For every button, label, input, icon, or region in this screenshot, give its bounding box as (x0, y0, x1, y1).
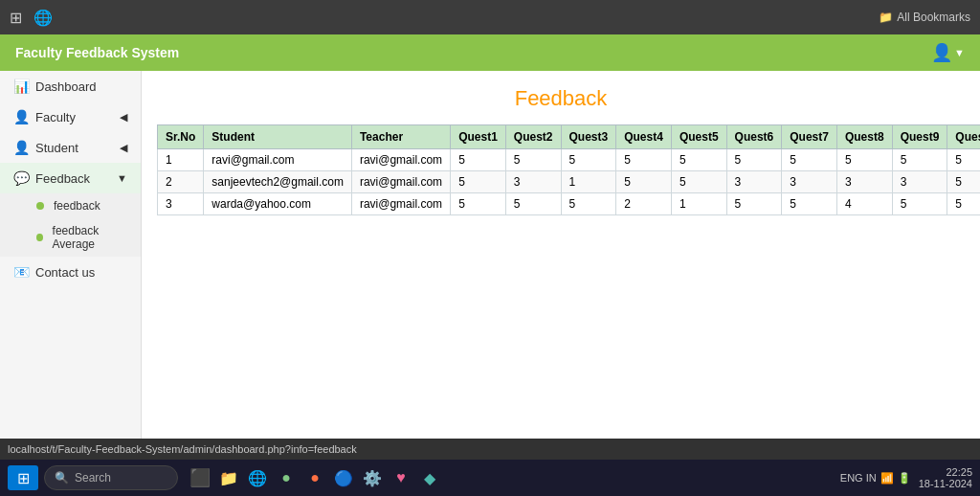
bookmark-icon: 📁 (879, 11, 893, 24)
table-cell: 3 (505, 171, 561, 193)
student-icon: 👤 (13, 140, 30, 155)
taskbar-icon-9[interactable]: ◆ (417, 465, 442, 490)
table-cell: 5 (947, 149, 980, 171)
table-head: Sr.No Student Teacher Quest1 Quest2 Ques… (158, 125, 981, 149)
table-cell: ravi@gmail.com (204, 149, 352, 171)
table-row: 1ravi@gmail.comravi@gmail.com55555555555… (158, 149, 981, 171)
taskbar-time-display: 22:25 (946, 466, 972, 478)
table-cell: sanjeevtech2@gmail.com (204, 171, 352, 193)
taskbar-icon-6[interactable]: 🔵 (331, 465, 356, 490)
contact-icon: 📧 (13, 264, 30, 280)
feedback-avg-dot (36, 234, 43, 241)
taskbar: ⊞ 🔍 Search ⬛ 📁 🌐 ● ● 🔵 ⚙️ ♥ ◆ ENG IN 📶 🔋… (0, 460, 980, 496)
col-q6: Quest6 (726, 125, 782, 149)
taskbar-icon-4[interactable]: ● (274, 465, 299, 490)
taskbar-icon-3[interactable]: 🌐 (245, 465, 270, 490)
table-cell: 5 (451, 193, 506, 215)
sidebar-item-dashboard[interactable]: 📊 Dashboard (0, 71, 141, 101)
table-header-row: Sr.No Student Teacher Quest1 Quest2 Ques… (158, 125, 981, 149)
battery-icon: 🔋 (898, 472, 911, 485)
sidebar-item-contact[interactable]: 📧 Contact us (0, 257, 141, 287)
table-cell: warda@yahoo.com (204, 193, 352, 215)
col-q7: Quest7 (782, 125, 837, 149)
col-q2: Quest2 (505, 125, 561, 149)
page-title: Feedback (157, 86, 965, 111)
table-cell: 5 (505, 149, 561, 171)
table-cell: 5 (892, 149, 947, 171)
taskbar-right: ENG IN 📶 🔋 22:25 18-11-2024 (840, 466, 972, 489)
start-button[interactable]: ⊞ (8, 465, 38, 490)
table-cell: 5 (561, 193, 616, 215)
table-cell: 5 (505, 193, 561, 215)
table-cell: ravi@gmail.com (351, 149, 450, 171)
table-cell: 5 (836, 149, 892, 171)
sidebar-label-contact: Contact us (35, 265, 95, 280)
bookmarks-area[interactable]: 📁 All Bookmarks (879, 11, 970, 24)
col-q10: Quest10 (947, 125, 980, 149)
col-srno: Sr.No (158, 125, 204, 149)
table-cell: 3 (782, 171, 837, 193)
table-cell: 5 (947, 193, 980, 215)
table-cell: 5 (451, 171, 506, 193)
table-cell: 5 (616, 171, 672, 193)
faculty-icon: 👤 (13, 109, 30, 124)
taskbar-icon-8[interactable]: ♥ (389, 465, 413, 490)
table-cell: 2 (616, 193, 672, 215)
sidebar: 📊 Dashboard 👤 Faculty ◀ 👤 Student ◀ 💬 Fe… (0, 71, 142, 439)
col-teacher: Teacher (351, 125, 450, 149)
user-menu-button[interactable]: 👤 ▼ (931, 42, 965, 63)
sidebar-item-feedback[interactable]: 💬 Feedback ▼ (0, 163, 141, 193)
taskbar-icon-1[interactable]: ⬛ (188, 465, 212, 490)
taskbar-icon-5[interactable]: ● (302, 465, 327, 490)
taskbar-clock: 22:25 18-11-2024 (919, 466, 972, 489)
table-cell: ravi@gmail.com (351, 193, 450, 215)
globe-icon: 🌐 (33, 9, 53, 27)
app-header: Faculty Feedback System 👤 ▼ (0, 34, 980, 71)
table-cell: 1 (671, 193, 726, 215)
table-cell: 5 (451, 149, 506, 171)
taskbar-system-icons: ENG IN 📶 🔋 (840, 472, 911, 485)
sidebar-item-feedback-sub[interactable]: feedback (27, 193, 141, 218)
feedback-table: Sr.No Student Teacher Quest1 Quest2 Ques… (157, 124, 980, 215)
sidebar-label-faculty: Faculty (35, 110, 76, 124)
status-bar: localhost/t/Faculty-Feedback-System/admi… (0, 439, 980, 460)
sidebar-label-dashboard: Dashboard (35, 79, 97, 94)
table-cell: 5 (726, 149, 782, 171)
table-cell: 2 (158, 171, 204, 193)
feedback-icon: 💬 (13, 170, 30, 186)
taskbar-lang: ENG IN (840, 472, 877, 484)
status-url: localhost/t/Faculty-Feedback-System/admi… (8, 443, 357, 455)
sidebar-label-student: Student (35, 141, 78, 155)
table-row: 2sanjeevtech2@gmail.comravi@gmail.com531… (158, 171, 981, 193)
feedback-chevron: ▼ (117, 172, 127, 184)
table-body: 1ravi@gmail.comravi@gmail.com55555555555… (158, 149, 981, 215)
table-cell: 3 (892, 171, 947, 193)
table-cell: 5 (671, 171, 726, 193)
taskbar-date-display: 18-11-2024 (919, 478, 972, 489)
search-label: Search (75, 471, 111, 485)
table-cell: 3 (836, 171, 892, 193)
sidebar-item-feedback-average[interactable]: feedback Average (27, 218, 141, 257)
user-avatar-icon: 👤 (931, 42, 952, 63)
table-cell: 5 (892, 193, 947, 215)
col-student: Student (204, 125, 352, 149)
table-cell: 5 (726, 193, 782, 215)
main-layout: 📊 Dashboard 👤 Faculty ◀ 👤 Student ◀ 💬 Fe… (0, 71, 980, 439)
taskbar-icon-2[interactable]: 📁 (216, 465, 241, 490)
table-cell: 5 (782, 149, 837, 171)
table-cell: 1 (561, 171, 616, 193)
table-cell: 3 (726, 171, 782, 193)
sidebar-item-student[interactable]: 👤 Student ◀ (0, 132, 141, 163)
table-cell: 4 (836, 193, 892, 215)
taskbar-icon-7[interactable]: ⚙️ (360, 465, 385, 490)
col-q3: Quest3 (561, 125, 616, 149)
feedback-submenu: feedback feedback Average (0, 193, 141, 257)
table-cell: ravi@gmail.com (351, 171, 450, 193)
sidebar-item-faculty[interactable]: 👤 Faculty ◀ (0, 101, 141, 132)
col-q9: Quest9 (892, 125, 947, 149)
taskbar-app-icons: ⬛ 📁 🌐 ● ● 🔵 ⚙️ ♥ ◆ (188, 465, 442, 490)
taskbar-search-box[interactable]: 🔍 Search (44, 465, 178, 490)
content-area: Feedback Sr.No Student Teacher Quest1 Qu… (142, 71, 980, 439)
wifi-icon: 📶 (880, 472, 894, 485)
table-cell: 5 (947, 171, 980, 193)
